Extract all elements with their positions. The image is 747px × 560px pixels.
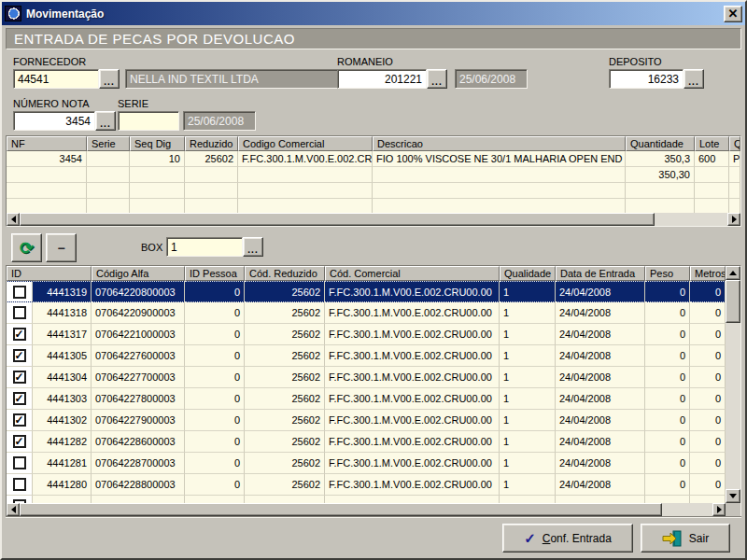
column-header[interactable]: Lote: [695, 136, 729, 151]
table-row[interactable]: 444128107064228700003025602F.FC.300.1.M.…: [7, 453, 726, 474]
pecas-grid-hscroll-track[interactable]: [662, 503, 712, 516]
pecas-grid-hscroll-thumb[interactable]: [20, 503, 662, 516]
scroll-right-icon[interactable]: [712, 503, 726, 516]
scroll-down-icon[interactable]: [726, 489, 740, 503]
close-icon[interactable]: ✕: [724, 6, 742, 22]
row-checkbox[interactable]: ✓: [13, 371, 26, 384]
row-checkbox[interactable]: [13, 456, 26, 469]
nota-grid-hscroll-thumb[interactable]: [20, 213, 655, 226]
fornecedor-browse-button[interactable]: ...: [99, 69, 120, 89]
numero-nota-browse-button[interactable]: ...: [95, 111, 116, 131]
checkbox-cell: [7, 453, 33, 473]
table-row[interactable]: 350,30: [7, 167, 740, 183]
pecas-grid-vscroll-thumb[interactable]: [726, 280, 740, 323]
cell: 0: [690, 431, 726, 453]
column-header[interactable]: Q: [729, 136, 740, 151]
pecas-grid-vscroll-track[interactable]: [726, 323, 740, 489]
row-checkbox[interactable]: ✓: [13, 413, 26, 427]
column-header[interactable]: NF: [7, 136, 87, 151]
row-checkbox[interactable]: ✓: [13, 435, 26, 448]
pecas-grid-vscrollbar[interactable]: [726, 266, 740, 516]
column-header[interactable]: Reduzido: [185, 136, 238, 151]
nota-grid-hscrollbar[interactable]: [7, 213, 740, 226]
column-header[interactable]: Quantidade: [626, 136, 695, 151]
row-checkbox[interactable]: ✓: [13, 328, 26, 341]
cell: [87, 167, 130, 183]
scroll-left-icon[interactable]: [7, 213, 20, 226]
row-checkbox[interactable]: [13, 286, 26, 299]
title-bar[interactable]: Movimentação ✕: [2, 2, 745, 25]
table-row[interactable]: 444131907064220800003025602F.FC.300.1.M.…: [7, 281, 726, 302]
deposito-browse-button[interactable]: ...: [684, 69, 704, 89]
nota-date-field: 25/06/2008: [183, 111, 256, 131]
fornecedor-code-field[interactable]: 44541: [13, 69, 99, 89]
serie-field[interactable]: [118, 111, 179, 131]
cell: [245, 496, 325, 503]
refresh-button[interactable]: ⟳: [11, 233, 42, 262]
table-row[interactable]: [7, 496, 726, 503]
column-header[interactable]: Data de Entrada: [556, 266, 645, 281]
id-value: 4441303: [33, 388, 91, 409]
table-row[interactable]: ✓444128207064228600003025602F.FC.300.1.M…: [7, 431, 726, 453]
cell: 0: [185, 388, 245, 410]
cell: [238, 199, 373, 213]
column-header[interactable]: Peso: [645, 266, 690, 281]
table-row[interactable]: ✓444130507064227600003025602F.FC.300.1.M…: [7, 345, 726, 367]
nota-grid-clip: NFSerieSeq DigReduzidoCodigo ComercialDe…: [7, 136, 740, 213]
box-field[interactable]: 1: [166, 237, 243, 257]
table-row[interactable]: [7, 199, 740, 213]
conf-entrada-button[interactable]: ✓ Conf. Entrada: [502, 524, 633, 553]
row-checkbox[interactable]: [13, 306, 26, 319]
row-checkbox[interactable]: ✓: [13, 349, 26, 362]
table-row[interactable]: ✓444130307064227800003025602F.FC.300.1.M…: [7, 388, 726, 410]
column-header[interactable]: Metros: [690, 266, 726, 281]
cell: 25602: [245, 302, 325, 324]
table-row[interactable]: 444128007064228800003025602F.FC.300.1.M.…: [7, 474, 726, 496]
column-header[interactable]: Serie: [87, 136, 130, 151]
cell: [626, 199, 695, 213]
cell: F.FC.300.1.M.V00.E.002.CRU00.00: [325, 345, 500, 367]
cell: 0: [645, 281, 690, 302]
pecas-grid-hscrollbar[interactable]: [7, 503, 726, 516]
scroll-up-icon[interactable]: [726, 266, 740, 280]
cell: 25602: [245, 453, 325, 474]
table-row[interactable]: ✓444130407064227700003025602F.FC.300.1.M…: [7, 367, 726, 388]
column-header[interactable]: Descricao: [373, 136, 626, 151]
cell: 0: [645, 324, 690, 345]
exit-door-icon: [662, 530, 683, 547]
table-row[interactable]: ✓444130207064227900003025602F.FC.300.1.M…: [7, 410, 726, 431]
sair-button[interactable]: Sair: [641, 524, 730, 553]
checkbox-cell: ✓: [7, 345, 33, 366]
column-header[interactable]: ID: [7, 266, 92, 281]
table-row[interactable]: ✓444131707064221000003025602F.FC.300.1.M…: [7, 324, 726, 345]
column-header[interactable]: Seq Dig: [130, 136, 185, 151]
deposito-field[interactable]: 16233: [609, 69, 684, 89]
column-header[interactable]: ID Pessoa: [185, 266, 245, 281]
table-row[interactable]: [7, 183, 740, 199]
row-checkbox[interactable]: [13, 478, 26, 491]
scroll-left-icon[interactable]: [7, 503, 20, 516]
scroll-right-icon[interactable]: [727, 213, 740, 226]
table-row[interactable]: 34541025602F.FC.300.1.M.V00.E.002.CRU00.…: [7, 151, 740, 167]
cell: 25602: [245, 474, 325, 496]
row-checkbox[interactable]: ✓: [13, 392, 26, 405]
column-header[interactable]: Código Alfa: [92, 266, 185, 281]
numero-nota-field[interactable]: 3454: [13, 111, 95, 131]
cell: [325, 496, 500, 503]
remove-button[interactable]: −: [46, 233, 77, 262]
cell: 0: [690, 388, 726, 410]
id-value: 4441282: [33, 431, 91, 452]
id-value: 4441280: [33, 474, 91, 495]
column-header[interactable]: Qualidade: [500, 266, 556, 281]
box-browse-button[interactable]: ...: [243, 237, 263, 257]
column-header[interactable]: Cód. Reduzido: [245, 266, 325, 281]
nota-grid-hscroll-track[interactable]: [655, 213, 727, 226]
cell: 24/04/2008: [556, 474, 645, 496]
romaneio-browse-button[interactable]: ...: [427, 69, 447, 89]
column-header[interactable]: Codigo Comercial: [238, 136, 373, 151]
column-header[interactable]: Cód. Comercial: [325, 266, 500, 281]
romaneio-field[interactable]: 201221: [337, 69, 427, 89]
page-title: ENTRADA DE PECAS POR DEVOLUCAO: [6, 28, 741, 49]
table-row[interactable]: 444131807064220900003025602F.FC.300.1.M.…: [7, 302, 726, 324]
cell: 1: [500, 281, 556, 302]
